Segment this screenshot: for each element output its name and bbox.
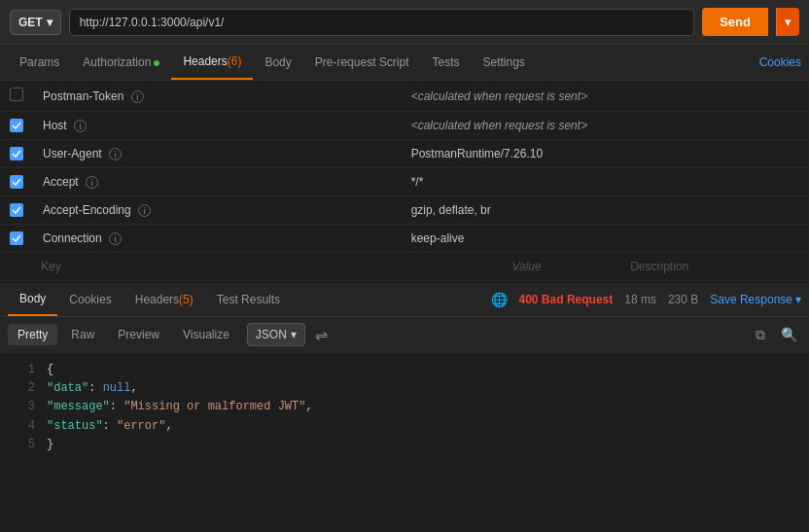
tab-params[interactable]: Params xyxy=(8,46,71,79)
line-content-4: "status": "error", xyxy=(47,417,173,436)
header-checkbox-4[interactable] xyxy=(10,203,23,217)
header-value-3[interactable]: */* xyxy=(402,168,772,196)
header-checkbox-cell-3 xyxy=(0,168,33,196)
json-format-select[interactable]: JSON ▾ xyxy=(247,323,305,346)
header-value-2[interactable]: PostmanRuntime/7.26.10 xyxy=(402,140,772,168)
line-number-4: 4 xyxy=(8,417,35,436)
header-value-1[interactable]: <calculated when request is sent> xyxy=(402,112,772,140)
code-area: 1{2 "data": null,3 "message": "Missing o… xyxy=(0,353,809,462)
response-tab-cookies[interactable]: Cookies xyxy=(57,284,123,315)
header-desc-4 xyxy=(772,196,809,225)
header-value-0[interactable]: <calculated when request is sent> xyxy=(402,81,772,112)
empty-value-cell[interactable]: Value xyxy=(502,253,620,281)
line-content-3: "message": "Missing or malformed JWT", xyxy=(47,398,313,416)
header-checkbox-cell-1 xyxy=(0,112,33,140)
code-line-1: 1{ xyxy=(0,361,809,379)
header-value-5[interactable]: keep-alive xyxy=(402,225,772,253)
header-desc-1 xyxy=(772,112,809,140)
headers-empty-row: Key Value Description xyxy=(0,253,809,281)
header-checkbox-5[interactable] xyxy=(10,231,23,245)
table-row: User-Agent iPostmanRuntime/7.26.10 xyxy=(0,140,809,168)
line-number-3: 3 xyxy=(8,398,35,416)
code-value: "Missing or malformed JWT" xyxy=(123,400,305,413)
header-key-2[interactable]: User-Agent i xyxy=(33,140,402,168)
code-line-5: 5} xyxy=(0,436,809,454)
response-tab-body[interactable]: Body xyxy=(8,283,57,316)
header-checkbox-1[interactable] xyxy=(10,119,23,132)
line-content-1: { xyxy=(47,361,53,379)
headers-table: Postman-Token i<calculated when request … xyxy=(0,81,809,253)
preview-button[interactable]: Preview xyxy=(108,324,169,345)
filter-button[interactable]: ⇌ xyxy=(309,324,334,346)
header-checkbox-3[interactable] xyxy=(10,175,23,189)
cookies-link[interactable]: Cookies xyxy=(759,55,801,69)
response-tab-headers[interactable]: Headers(5) xyxy=(123,284,205,315)
method-chevron: ▾ xyxy=(47,16,53,29)
table-row: Connection ikeep-alive xyxy=(0,225,809,253)
header-checkbox-0[interactable] xyxy=(10,88,23,101)
raw-button[interactable]: Raw xyxy=(61,324,104,345)
info-icon-1[interactable]: i xyxy=(74,120,87,132)
info-icon-3[interactable]: i xyxy=(86,176,98,189)
tab-settings[interactable]: Settings xyxy=(472,46,537,79)
send-button[interactable]: Send xyxy=(702,8,768,36)
line-number-2: 2 xyxy=(8,379,35,398)
header-key-4[interactable]: Accept-Encoding i xyxy=(33,196,402,225)
response-size: 230 B xyxy=(668,293,698,306)
header-key-5[interactable]: Connection i xyxy=(33,225,402,253)
table-row: Accept i*/* xyxy=(0,168,809,196)
line-content-2: "data": null, xyxy=(47,379,138,398)
request-tabs: Params Authorization Headers(6) Body Pre… xyxy=(0,45,809,81)
header-desc-0 xyxy=(772,81,809,112)
header-key-0[interactable]: Postman-Token i xyxy=(33,81,402,112)
header-key-1[interactable]: Host i xyxy=(33,112,402,140)
response-tab-test-results[interactable]: Test Results xyxy=(205,284,292,315)
info-icon-5[interactable]: i xyxy=(109,232,122,245)
empty-key-cell[interactable]: Key xyxy=(31,253,502,281)
method-label: GET xyxy=(18,16,43,29)
search-button[interactable]: 🔍 xyxy=(777,325,801,344)
method-select[interactable]: GET ▾ xyxy=(10,10,61,35)
response-status-area: 🌐 400 Bad Request 18 ms 230 B Save Respo… xyxy=(491,292,801,307)
code-line-3: 3 "message": "Missing or malformed JWT", xyxy=(0,398,809,416)
header-desc-5 xyxy=(772,225,809,253)
url-bar: GET ▾ Send ▾ xyxy=(0,0,809,45)
status-badge: 400 Bad Request xyxy=(519,293,614,306)
header-desc-3 xyxy=(772,168,809,196)
globe-icon: 🌐 xyxy=(491,292,508,307)
header-value-4[interactable]: gzip, deflate, br xyxy=(402,196,772,225)
copy-button[interactable]: ⧉ xyxy=(752,325,769,345)
tab-body[interactable]: Body xyxy=(253,46,302,79)
save-response-chevron: ▾ xyxy=(795,293,801,306)
send-dropdown-button[interactable]: ▾ xyxy=(776,8,799,36)
header-checkbox-cell-4 xyxy=(0,196,33,225)
code-key: "data" xyxy=(47,381,88,395)
headers-section: Postman-Token i<calculated when request … xyxy=(0,81,809,281)
code-value: null xyxy=(103,381,131,395)
save-response-button[interactable]: Save Response ▾ xyxy=(710,293,801,306)
header-key-3[interactable]: Accept i xyxy=(33,168,402,196)
response-tabs: Body Cookies Headers(5) Test Results 🌐 4… xyxy=(0,281,809,317)
code-key: "message" xyxy=(47,400,110,413)
table-row: Postman-Token i<calculated when request … xyxy=(0,81,809,112)
url-input[interactable] xyxy=(69,9,695,36)
header-checkbox-2[interactable] xyxy=(10,147,23,160)
empty-checkbox-cell xyxy=(0,253,31,281)
code-line-2: 2 "data": null, xyxy=(0,379,809,398)
visualize-button[interactable]: Visualize xyxy=(173,324,239,345)
format-bar: Pretty Raw Preview Visualize JSON ▾ ⇌ ⧉ … xyxy=(0,317,809,353)
info-icon-0[interactable]: i xyxy=(131,90,144,103)
tab-pre-request[interactable]: Pre-request Script xyxy=(303,46,421,79)
line-number-1: 1 xyxy=(8,361,35,379)
tab-authorization[interactable]: Authorization xyxy=(71,46,171,79)
tab-tests[interactable]: Tests xyxy=(420,46,471,79)
code-value: "error" xyxy=(117,419,165,433)
auth-dot xyxy=(154,60,159,66)
info-icon-2[interactable]: i xyxy=(109,148,122,160)
pretty-button[interactable]: Pretty xyxy=(8,324,57,345)
info-icon-4[interactable]: i xyxy=(138,204,151,217)
tab-headers[interactable]: Headers(6) xyxy=(171,45,253,80)
header-checkbox-cell-5 xyxy=(0,225,33,253)
response-time: 18 ms xyxy=(624,293,656,306)
response-section: Body Cookies Headers(5) Test Results 🌐 4… xyxy=(0,281,809,462)
